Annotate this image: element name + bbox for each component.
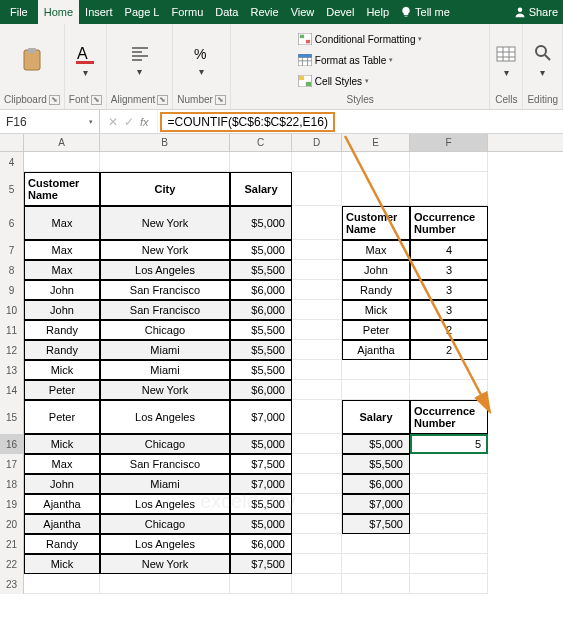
row-header[interactable]: 11 (0, 320, 24, 340)
col-header-D[interactable]: D (292, 134, 342, 151)
cell[interactable]: Los Angeles (100, 534, 230, 554)
cell[interactable] (292, 280, 342, 300)
row-header[interactable]: 15 (0, 400, 24, 434)
cell[interactable]: Occurrence Number (410, 206, 488, 240)
row-header[interactable]: 10 (0, 300, 24, 320)
tab-home[interactable]: Home (38, 0, 79, 24)
tab-view[interactable]: View (285, 0, 321, 24)
cell[interactable]: $7,500 (230, 454, 292, 474)
cell[interactable]: Mick (24, 554, 100, 574)
cell[interactable] (292, 554, 342, 574)
col-header-F[interactable]: F (410, 134, 488, 151)
col-header-B[interactable]: B (100, 134, 230, 151)
format-as-table-button[interactable]: Format as Table ▾ (296, 50, 425, 70)
row-header[interactable]: 5 (0, 172, 24, 206)
cells-button[interactable]: ▾ (494, 41, 518, 80)
row-header[interactable]: 6 (0, 206, 24, 240)
tab-developer[interactable]: Devel (320, 0, 360, 24)
cell[interactable] (292, 300, 342, 320)
share-button[interactable]: Share (509, 6, 563, 18)
paste-button[interactable] (19, 45, 45, 75)
cell[interactable] (342, 574, 410, 594)
cell[interactable] (292, 454, 342, 474)
cell[interactable] (410, 360, 488, 380)
cell[interactable]: Ajantha (24, 494, 100, 514)
font-button[interactable]: A ▾ (74, 41, 96, 80)
cell[interactable] (24, 152, 100, 172)
cell[interactable] (410, 172, 488, 206)
row-header[interactable]: 12 (0, 340, 24, 360)
conditional-formatting-button[interactable]: Conditional Formatting ▾ (296, 29, 425, 49)
tab-data[interactable]: Data (209, 0, 244, 24)
cell[interactable]: Miami (100, 474, 230, 494)
cell[interactable] (410, 574, 488, 594)
col-header-A[interactable]: A (24, 134, 100, 151)
cell[interactable] (292, 574, 342, 594)
cell[interactable]: Randy (24, 320, 100, 340)
cell[interactable]: Max (24, 240, 100, 260)
cell[interactable]: Peter (24, 380, 100, 400)
cell[interactable]: New York (100, 554, 230, 574)
cell[interactable] (342, 534, 410, 554)
cell[interactable]: Customer Name (342, 206, 410, 240)
cell[interactable] (230, 152, 292, 172)
row-header[interactable]: 13 (0, 360, 24, 380)
cell[interactable]: $6,000 (230, 300, 292, 320)
tab-help[interactable]: Help (360, 0, 395, 24)
cell[interactable]: $5,500 (230, 340, 292, 360)
row-header[interactable]: 23 (0, 574, 24, 594)
cell[interactable]: $5,000 (230, 514, 292, 534)
alignment-button[interactable]: ▾ (128, 42, 152, 79)
cell[interactable] (342, 172, 410, 206)
cell[interactable] (342, 380, 410, 400)
cell[interactable]: Los Angeles (100, 260, 230, 280)
col-header-C[interactable]: C (230, 134, 292, 151)
row-header[interactable]: 17 (0, 454, 24, 474)
enter-icon[interactable]: ✓ (124, 115, 134, 129)
formula-input[interactable]: =COUNTIF($C$6:$C$22,E16) (160, 112, 335, 132)
cell[interactable]: $7,500 (230, 554, 292, 574)
row-header[interactable]: 14 (0, 380, 24, 400)
row-header[interactable]: 21 (0, 534, 24, 554)
cell[interactable] (292, 260, 342, 280)
dialog-launcher-icon[interactable]: ⬊ (157, 95, 168, 105)
cell[interactable] (292, 172, 342, 206)
number-button[interactable]: % ▾ (190, 42, 214, 79)
cell[interactable] (292, 434, 342, 454)
tab-file[interactable]: File (0, 0, 38, 24)
cell[interactable]: $6,000 (342, 474, 410, 494)
cell[interactable]: $5,500 (230, 260, 292, 280)
cell[interactable]: Salary (230, 172, 292, 206)
tab-page-layout[interactable]: Page L (119, 0, 166, 24)
cell[interactable]: 3 (410, 300, 488, 320)
cell[interactable]: Randy (342, 280, 410, 300)
cell[interactable]: Los Angeles (100, 494, 230, 514)
cell[interactable] (410, 454, 488, 474)
tell-me[interactable]: Tell me (395, 6, 455, 18)
cell[interactable]: John (24, 300, 100, 320)
cell-styles-button[interactable]: Cell Styles ▾ (296, 71, 425, 91)
cell[interactable]: $6,000 (230, 534, 292, 554)
cell[interactable] (292, 152, 342, 172)
cell[interactable]: Ajantha (342, 340, 410, 360)
cell[interactable] (292, 380, 342, 400)
cell[interactable]: $5,000 (230, 240, 292, 260)
cell[interactable]: 2 (410, 340, 488, 360)
row-header[interactable]: 8 (0, 260, 24, 280)
cell[interactable]: $7,000 (342, 494, 410, 514)
tab-formulas[interactable]: Formu (165, 0, 209, 24)
cell[interactable] (410, 554, 488, 574)
cell[interactable] (410, 152, 488, 172)
cell[interactable]: Peter (24, 400, 100, 434)
cell[interactable]: New York (100, 206, 230, 240)
cell[interactable] (410, 514, 488, 534)
cell[interactable]: Miami (100, 360, 230, 380)
cell[interactable]: 3 (410, 260, 488, 280)
col-header-E[interactable]: E (342, 134, 410, 151)
cell[interactable]: John (24, 474, 100, 494)
cell[interactable]: $6,000 (230, 380, 292, 400)
cell[interactable] (410, 494, 488, 514)
dialog-launcher-icon[interactable]: ⬊ (91, 95, 102, 105)
cell[interactable] (410, 380, 488, 400)
cell[interactable]: Max (342, 240, 410, 260)
